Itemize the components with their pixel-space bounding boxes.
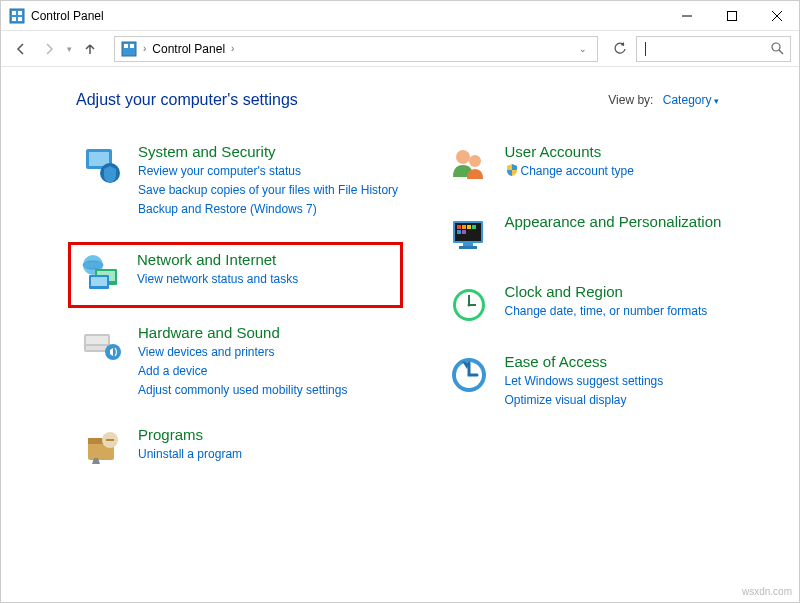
category-link[interactable]: Review your computer's status — [138, 162, 398, 181]
category-hardware-sound: Hardware and Sound View devices and prin… — [76, 320, 403, 405]
category-link[interactable]: Backup and Restore (Windows 7) — [138, 200, 398, 219]
category-clock-region: Clock and Region Change date, time, or n… — [443, 279, 770, 331]
svg-line-13 — [779, 50, 783, 54]
view-by-value[interactable]: Category — [663, 93, 719, 107]
category-title[interactable]: Clock and Region — [505, 283, 708, 300]
category-link[interactable]: Change account type — [505, 162, 634, 181]
uac-shield-icon — [505, 163, 519, 177]
view-by-selector[interactable]: View by: Category — [608, 93, 719, 107]
svg-rect-36 — [462, 225, 466, 229]
category-network-internet: Network and Internet View network status… — [68, 242, 403, 308]
category-appearance-personalization: Appearance and Personalization — [443, 209, 770, 261]
svg-rect-6 — [727, 11, 736, 20]
svg-rect-2 — [18, 11, 22, 15]
category-link[interactable]: View network status and tasks — [137, 270, 298, 289]
search-icon — [771, 42, 784, 55]
watermark: wsxdn.com — [742, 586, 792, 597]
content-area: Adjust your computer's settings View by:… — [1, 67, 799, 492]
breadcrumb-sep-icon[interactable]: › — [231, 43, 234, 54]
appearance-icon[interactable] — [447, 213, 491, 257]
breadcrumb-root[interactable]: Control Panel — [152, 42, 225, 56]
svg-point-31 — [456, 150, 470, 164]
svg-rect-11 — [130, 44, 134, 48]
window-title: Control Panel — [31, 9, 104, 23]
ease-of-access-icon[interactable] — [447, 353, 491, 397]
category-link[interactable]: Adjust commonly used mobility settings — [138, 381, 347, 400]
category-title[interactable]: Hardware and Sound — [138, 324, 347, 341]
svg-rect-22 — [91, 277, 107, 286]
svg-rect-1 — [12, 11, 16, 15]
category-column-right: User Accounts Change account type — [443, 139, 770, 492]
back-button[interactable] — [9, 37, 33, 61]
svg-rect-10 — [124, 44, 128, 48]
minimize-button[interactable] — [664, 1, 709, 30]
maximize-button[interactable] — [709, 1, 754, 30]
page-heading: Adjust your computer's settings — [76, 91, 298, 109]
svg-rect-25 — [86, 346, 108, 350]
control-panel-icon — [121, 41, 137, 57]
breadcrumb-sep-icon[interactable]: › — [143, 43, 146, 54]
address-dropdown-icon[interactable]: ⌄ — [579, 44, 587, 54]
view-by-label: View by: — [608, 93, 653, 107]
clock-region-icon[interactable] — [447, 283, 491, 327]
svg-rect-37 — [467, 225, 471, 229]
category-link[interactable]: Let Windows suggest settings — [505, 372, 664, 391]
titlebar: Control Panel — [1, 1, 799, 31]
navbar: ▾ › Control Panel › ⌄ — [1, 31, 799, 67]
address-bar[interactable]: › Control Panel › ⌄ — [114, 36, 598, 62]
category-user-accounts: User Accounts Change account type — [443, 139, 770, 191]
svg-rect-40 — [462, 230, 466, 234]
close-button[interactable] — [754, 1, 799, 30]
category-column-left: System and Security Review your computer… — [76, 139, 403, 492]
system-security-icon[interactable] — [80, 143, 124, 187]
svg-rect-42 — [459, 246, 477, 249]
svg-rect-4 — [18, 17, 22, 21]
svg-rect-35 — [457, 225, 461, 229]
user-accounts-icon[interactable] — [447, 143, 491, 187]
category-link[interactable]: Add a device — [138, 362, 347, 381]
svg-point-12 — [772, 43, 780, 51]
svg-rect-41 — [463, 243, 473, 246]
svg-rect-38 — [472, 225, 476, 229]
svg-rect-30 — [106, 439, 114, 441]
category-title[interactable]: Network and Internet — [137, 251, 298, 268]
category-title[interactable]: System and Security — [138, 143, 398, 160]
forward-button[interactable] — [37, 37, 61, 61]
category-system-security: System and Security Review your computer… — [76, 139, 403, 224]
category-link[interactable]: View devices and printers — [138, 343, 347, 362]
control-panel-icon — [9, 8, 25, 24]
category-title[interactable]: User Accounts — [505, 143, 634, 160]
svg-rect-24 — [86, 336, 108, 344]
refresh-button[interactable] — [608, 37, 632, 61]
recent-locations-dropdown[interactable]: ▾ — [65, 44, 74, 54]
category-title[interactable]: Programs — [138, 426, 242, 443]
up-button[interactable] — [78, 37, 102, 61]
category-ease-of-access: Ease of Access Let Windows suggest setti… — [443, 349, 770, 414]
category-title[interactable]: Appearance and Personalization — [505, 213, 722, 230]
network-internet-icon[interactable] — [79, 251, 123, 295]
svg-point-47 — [467, 304, 470, 307]
category-link[interactable]: Optimize visual display — [505, 391, 664, 410]
category-link[interactable]: Uninstall a program — [138, 445, 242, 464]
category-link[interactable]: Save backup copies of your files with Fi… — [138, 181, 398, 200]
hardware-sound-icon[interactable] — [80, 324, 124, 368]
search-input[interactable] — [636, 36, 791, 62]
svg-point-32 — [469, 155, 481, 167]
category-title[interactable]: Ease of Access — [505, 353, 664, 370]
programs-icon[interactable] — [80, 426, 124, 470]
category-programs: Programs Uninstall a program — [76, 422, 403, 474]
category-link[interactable]: Change date, time, or number formats — [505, 302, 708, 321]
svg-rect-39 — [457, 230, 461, 234]
svg-rect-3 — [12, 17, 16, 21]
